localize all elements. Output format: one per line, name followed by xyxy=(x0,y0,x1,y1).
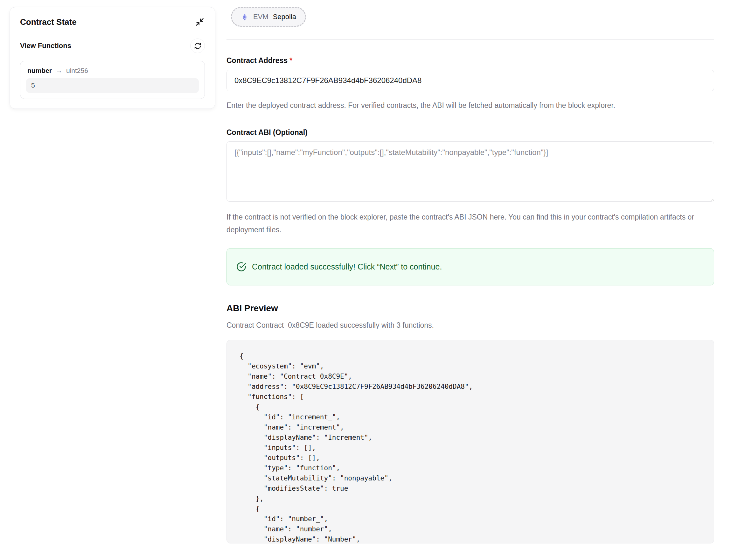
contract-setup-form: EVM Sepolia Contract Address* Enter the … xyxy=(227,7,714,543)
refresh-button[interactable] xyxy=(190,39,205,53)
contract-abi-help: If the contract is not verified on the b… xyxy=(227,211,714,236)
contract-address-help: Enter the deployed contract address. For… xyxy=(227,99,714,112)
view-functions-row: View Functions xyxy=(20,39,205,53)
ethereum-icon xyxy=(241,13,249,21)
arrow-right-icon: → xyxy=(56,67,62,74)
ecosystem-label: EVM xyxy=(253,13,269,21)
minimize-icon xyxy=(195,17,204,26)
abi-preview-code-block[interactable]: { "ecosystem": "evm", "name": "Contract_… xyxy=(227,340,714,543)
contract-state-title: Contract State xyxy=(20,17,77,27)
contract-state-header: Contract State xyxy=(20,17,205,27)
network-label: Sepolia xyxy=(273,13,296,21)
contract-state-panel: Contract State View Functions xyxy=(10,7,215,109)
abi-json-code: { "ecosystem": "evm", "name": "Contract_… xyxy=(240,351,701,543)
screen: Contract State View Functions xyxy=(0,0,731,560)
contract-abi-label: Contract ABI (Optional) xyxy=(227,128,714,137)
function-return-type: uint256 xyxy=(66,67,88,74)
network-badge[interactable]: EVM Sepolia xyxy=(231,7,306,27)
contract-address-label-text: Contract Address xyxy=(227,56,288,65)
abi-preview-title: ABI Preview xyxy=(227,303,714,313)
contract-address-input[interactable] xyxy=(227,70,714,91)
collapse-panel-button[interactable] xyxy=(195,17,205,27)
refresh-icon xyxy=(194,42,201,50)
function-signature: number → uint256 xyxy=(26,67,199,74)
function-card-number: number → uint256 5 xyxy=(20,61,205,99)
success-message: Contract loaded successfully! Click “Nex… xyxy=(252,262,442,271)
success-alert: Contract loaded successfully! Click “Nex… xyxy=(227,248,714,285)
contract-abi-textarea[interactable] xyxy=(227,141,714,202)
function-result-value: 5 xyxy=(26,78,199,93)
check-circle-icon xyxy=(236,262,246,272)
view-functions-title: View Functions xyxy=(20,42,71,50)
contract-address-label: Contract Address* xyxy=(227,56,714,65)
function-name: number xyxy=(27,67,52,74)
required-marker: * xyxy=(290,56,292,65)
abi-preview-subtitle: Contract Contract_0x8C9E loaded successf… xyxy=(227,321,714,330)
header-divider xyxy=(227,39,714,40)
